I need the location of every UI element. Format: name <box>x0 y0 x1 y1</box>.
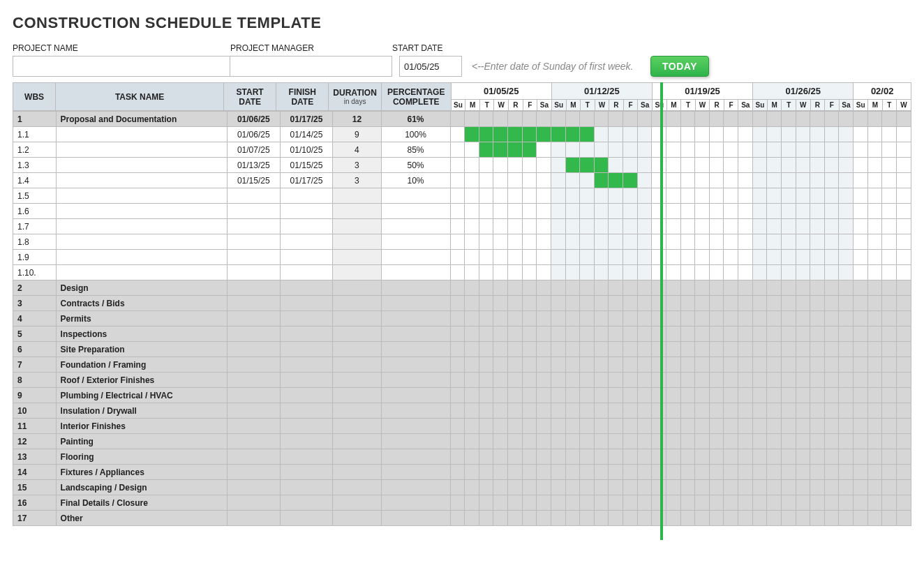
cal-cell[interactable] <box>450 311 465 327</box>
cal-cell[interactable] <box>508 327 523 342</box>
cal-cell[interactable] <box>551 280 565 296</box>
cal-cell[interactable] <box>680 357 695 373</box>
cal-cell[interactable] <box>738 342 753 357</box>
cal-cell[interactable] <box>508 188 523 204</box>
cal-cell[interactable] <box>709 265 724 280</box>
cell-wbs[interactable]: 10 <box>13 403 57 419</box>
cal-cell[interactable] <box>594 250 609 265</box>
cal-cell[interactable] <box>695 234 710 250</box>
cal-cell[interactable] <box>680 112 695 127</box>
cal-cell[interactable] <box>666 158 680 173</box>
cal-cell[interactable] <box>709 112 724 127</box>
cal-cell[interactable] <box>796 480 810 495</box>
cal-cell[interactable] <box>609 296 623 311</box>
cal-cell[interactable] <box>882 357 897 373</box>
cal-cell[interactable] <box>551 357 565 373</box>
cal-cell[interactable] <box>752 112 767 127</box>
cal-cell[interactable] <box>854 250 868 265</box>
cal-cell[interactable] <box>508 311 523 327</box>
cal-cell[interactable] <box>796 219 810 234</box>
cal-cell[interactable] <box>493 342 508 357</box>
cell-task[interactable] <box>56 188 227 204</box>
cal-cell[interactable] <box>493 112 508 127</box>
cal-cell[interactable] <box>652 495 666 511</box>
cell-task[interactable] <box>56 173 227 188</box>
cal-cell[interactable] <box>493 158 508 173</box>
phase-row[interactable]: 15Landscaping / Design <box>13 480 911 495</box>
cal-cell[interactable] <box>551 480 565 495</box>
cal-cell[interactable] <box>623 311 638 327</box>
cal-cell[interactable] <box>637 511 652 526</box>
cal-cell[interactable] <box>882 388 897 403</box>
cal-cell[interactable] <box>609 403 623 419</box>
cal-cell[interactable] <box>896 342 911 357</box>
cell-finish-date[interactable]: 01/14/25 <box>280 127 333 142</box>
cal-cell[interactable] <box>609 250 623 265</box>
cal-cell[interactable] <box>896 434 911 449</box>
cal-cell[interactable] <box>810 204 825 219</box>
cal-cell[interactable] <box>695 280 710 296</box>
cal-cell[interactable] <box>551 434 565 449</box>
cal-cell[interactable] <box>738 388 753 403</box>
cal-cell[interactable] <box>781 373 796 388</box>
cell-wbs[interactable]: 1.10. <box>13 265 57 280</box>
cal-cell[interactable] <box>781 511 796 526</box>
cell-percent[interactable]: 10% <box>381 173 450 188</box>
cal-cell[interactable] <box>623 403 638 419</box>
cal-cell[interactable] <box>781 250 796 265</box>
cal-cell[interactable] <box>752 342 767 357</box>
cal-cell[interactable] <box>465 142 479 158</box>
cal-cell[interactable] <box>551 219 565 234</box>
cal-cell[interactable] <box>594 219 609 234</box>
cal-cell[interactable] <box>565 480 580 495</box>
cell-start-date[interactable] <box>227 388 280 403</box>
cell-task[interactable] <box>56 219 227 234</box>
cell-duration[interactable] <box>333 234 381 250</box>
cell-percent[interactable] <box>381 311 450 327</box>
cell-duration[interactable] <box>333 449 381 465</box>
cal-cell[interactable] <box>867 296 882 311</box>
cal-cell[interactable] <box>580 465 595 480</box>
cal-cell[interactable] <box>508 357 523 373</box>
cell-finish-date[interactable]: 01/15/25 <box>280 158 333 173</box>
cal-cell[interactable] <box>824 480 839 495</box>
cal-cell[interactable] <box>738 311 753 327</box>
cal-cell[interactable] <box>594 127 609 142</box>
cal-cell[interactable] <box>896 188 911 204</box>
cal-cell[interactable] <box>609 188 623 204</box>
cell-start-date[interactable] <box>227 480 280 495</box>
cal-cell[interactable] <box>680 434 695 449</box>
cal-cell[interactable] <box>580 265 595 280</box>
cal-cell[interactable] <box>709 250 724 265</box>
cal-cell[interactable] <box>781 342 796 357</box>
cal-cell[interactable] <box>551 465 565 480</box>
cal-cell[interactable] <box>479 158 493 173</box>
cal-cell[interactable] <box>867 234 882 250</box>
cal-cell[interactable] <box>796 357 810 373</box>
cell-task[interactable]: Permits <box>56 311 227 327</box>
cell-percent[interactable] <box>381 296 450 311</box>
cell-finish-date[interactable]: 01/17/25 <box>280 112 333 127</box>
cal-cell[interactable] <box>565 127 580 142</box>
cal-cell[interactable] <box>479 342 493 357</box>
cal-cell[interactable] <box>652 511 666 526</box>
cell-duration[interactable] <box>333 265 381 280</box>
cal-cell[interactable] <box>522 204 537 219</box>
cal-cell[interactable] <box>810 234 825 250</box>
cal-cell[interactable] <box>796 265 810 280</box>
cal-cell[interactable] <box>479 219 493 234</box>
cal-cell[interactable] <box>796 250 810 265</box>
cal-cell[interactable] <box>508 388 523 403</box>
cal-cell[interactable] <box>724 373 738 388</box>
cal-cell[interactable] <box>508 495 523 511</box>
cal-cell[interactable] <box>867 112 882 127</box>
cal-cell[interactable] <box>479 373 493 388</box>
cal-cell[interactable] <box>565 311 580 327</box>
cal-cell[interactable] <box>854 449 868 465</box>
cal-cell[interactable] <box>896 280 911 296</box>
cal-cell[interactable] <box>493 373 508 388</box>
cal-cell[interactable] <box>767 511 782 526</box>
cal-cell[interactable] <box>637 127 652 142</box>
cell-task[interactable]: Other <box>56 511 227 526</box>
cal-cell[interactable] <box>781 158 796 173</box>
